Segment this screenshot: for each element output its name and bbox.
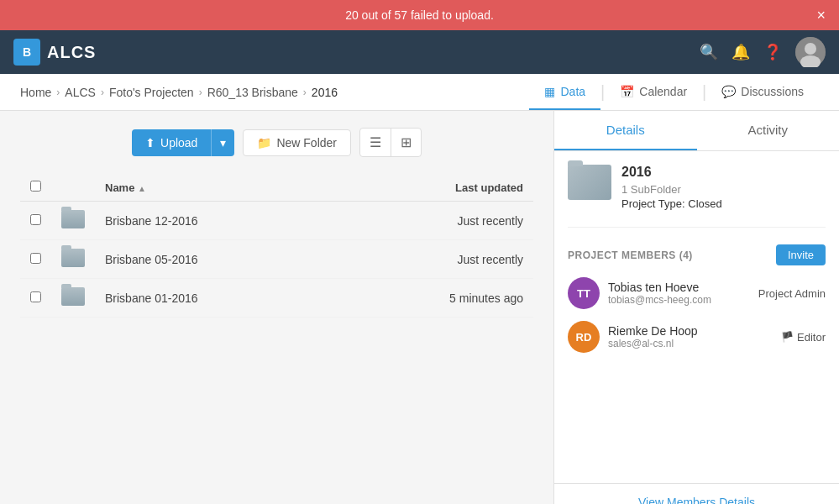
tab-activity-label: Activity [747, 123, 788, 137]
row-checkbox[interactable] [30, 214, 41, 225]
invite-button[interactable]: Invite [776, 244, 826, 265]
member-email: sales@al-cs.nl [608, 338, 773, 349]
upload-dropdown-arrow[interactable]: ▾ [212, 129, 234, 156]
flag-icon: 🏴 [781, 331, 794, 343]
row-updated-cell: Just recently [334, 202, 533, 240]
members-section-header: PROJECT MEMBERS (4) Invite [568, 244, 826, 265]
upload-icon: ⬆ [145, 136, 155, 150]
breadcrumb-home[interactable]: Home [20, 86, 51, 99]
tab-details[interactable]: Details [554, 111, 697, 150]
row-checkbox[interactable] [30, 291, 41, 302]
tab-data-label: Data [560, 85, 585, 98]
breadcrumb-2016[interactable]: 2016 [312, 86, 338, 99]
view-members-link[interactable]: View Members Details [638, 496, 755, 504]
member-initials: RD [576, 331, 592, 344]
main-tabs: ▦ Data | 📅 Calendar | 💬 Discussions [529, 75, 819, 110]
row-updated-cell: Just recently [334, 240, 533, 279]
help-icon[interactable]: ❓ [763, 43, 782, 61]
calendar-tab-icon: 📅 [620, 85, 634, 98]
folder-icon [61, 210, 85, 228]
breadcrumb-bar: Home › ALCS › Foto's Projecten › R60_13 … [0, 74, 839, 111]
notification-message: 20 out of 57 failed to upload. [345, 8, 494, 22]
list-view-button[interactable]: ☰ [360, 129, 391, 156]
discussions-tab-icon: 💬 [721, 85, 736, 98]
row-name-cell: Brisbane 12-2016 [95, 202, 334, 240]
breadcrumb-sep-4: › [303, 87, 307, 98]
subfolder-count: 1 SubFolder [621, 183, 722, 196]
folder-thumbnail [568, 165, 611, 200]
tab-data[interactable]: ▦ Data [529, 75, 600, 110]
new-folder-icon: 📁 [257, 136, 271, 150]
tab-details-label: Details [606, 123, 645, 137]
name-header-label: Name [105, 181, 134, 194]
breadcrumb-sep-3: › [199, 87, 202, 98]
file-name: Brisbane 05-2016 [105, 253, 198, 266]
member-info-tt: Tobias ten Hoeve tobias@mcs-heeg.com [608, 281, 750, 306]
folder-icon [61, 287, 85, 306]
breadcrumb-sep-2: › [101, 87, 104, 98]
row-checkbox[interactable] [30, 253, 41, 264]
member-name: Riemke De Hoop [608, 324, 773, 338]
notification-close-button[interactable]: × [816, 7, 826, 24]
member-info-rd: Riemke De Hoop sales@al-cs.nl [608, 324, 773, 349]
folder-info: 2016 1 SubFolder Project Type: Closed [568, 165, 826, 228]
select-all-header [20, 174, 51, 202]
file-updated: 5 minutes ago [449, 291, 523, 305]
member-email: tobias@mcs-heeg.com [608, 294, 750, 306]
file-updated: Just recently [457, 214, 523, 228]
tab-discussions[interactable]: 💬 Discussions [706, 75, 819, 110]
row-icon-cell [51, 240, 95, 279]
member-initials: TT [577, 287, 590, 300]
new-folder-label: New Folder [276, 136, 337, 150]
breadcrumb-fotos[interactable]: Foto's Projecten [109, 86, 194, 99]
right-panel-tabs: Details Activity [554, 111, 839, 151]
grid-view-button[interactable]: ⊞ [391, 129, 421, 156]
logo-area: B ALCS [13, 39, 96, 66]
role-label: Project Admin [758, 287, 826, 300]
view-members-footer: View Members Details [554, 483, 839, 504]
project-type-label: Project Type: [621, 197, 685, 210]
icon-col-header [51, 174, 95, 202]
project-type: Project Type: Closed [621, 197, 722, 210]
members-section-title: PROJECT MEMBERS (4) [568, 249, 693, 261]
row-checkbox-cell [20, 240, 51, 279]
file-table: Name ▲ Last updated [20, 174, 533, 318]
table-row[interactable]: Brisbane 12-2016 Just recently [20, 202, 533, 240]
member-row: TT Tobias ten Hoeve tobias@mcs-heeg.com … [568, 277, 826, 309]
file-name: Brisbane 01-2016 [105, 291, 198, 305]
new-folder-button[interactable]: 📁 New Folder [243, 129, 351, 156]
header: B ALCS 🔍 🔔 ❓ [0, 30, 839, 74]
row-checkbox-cell [20, 202, 51, 240]
data-tab-icon: ▦ [544, 85, 555, 98]
tab-activity[interactable]: Activity [697, 111, 840, 150]
row-checkbox-cell [20, 279, 51, 318]
folder-icon [61, 249, 85, 267]
project-type-value: Closed [688, 197, 721, 210]
notification-bar: 20 out of 57 failed to upload. × [0, 0, 839, 30]
row-icon-cell [51, 202, 95, 240]
header-icons: 🔍 🔔 ❓ [700, 37, 826, 67]
last-updated-header-label: Last updated [455, 181, 523, 194]
toolbar: ⬆ Upload ▾ 📁 New Folder ☰ ⊞ [20, 128, 533, 157]
last-updated-column-header[interactable]: Last updated [334, 174, 533, 202]
select-all-checkbox[interactable] [30, 181, 41, 192]
table-row[interactable]: Brisbane 01-2016 5 minutes ago [20, 279, 533, 318]
search-icon[interactable]: 🔍 [700, 43, 718, 61]
breadcrumb-r60[interactable]: R60_13 Brisbane [207, 86, 298, 99]
breadcrumb-alcs[interactable]: ALCS [65, 86, 96, 99]
right-panel: Details Activity 2016 1 SubFolder Projec… [553, 111, 839, 504]
row-icon-cell [51, 279, 95, 318]
sort-indicator: ▲ [138, 184, 146, 193]
avatar[interactable] [795, 37, 826, 67]
tab-calendar-label: Calendar [639, 85, 687, 98]
name-column-header[interactable]: Name ▲ [95, 174, 334, 202]
file-updated: Just recently [457, 253, 523, 266]
tab-calendar[interactable]: 📅 Calendar [605, 75, 702, 110]
row-name-cell: Brisbane 01-2016 [95, 279, 334, 318]
table-row[interactable]: Brisbane 05-2016 Just recently [20, 240, 533, 279]
member-avatar-tt: TT [568, 277, 600, 309]
bell-icon[interactable]: 🔔 [732, 43, 750, 61]
member-role: 🏴 Editor [781, 331, 826, 344]
breadcrumb-sep-1: › [56, 87, 60, 98]
upload-button[interactable]: ⬆ Upload ▾ [132, 129, 234, 156]
